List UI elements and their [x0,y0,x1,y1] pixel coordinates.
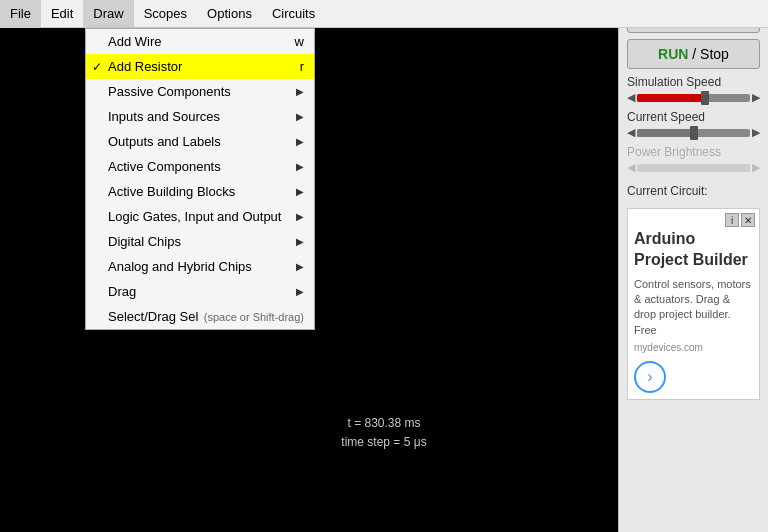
curr-speed-increase-button[interactable]: ▶ [752,126,760,139]
menu-circuits[interactable]: Circuits [262,0,325,27]
submenu-arrow-icon: ▶ [296,236,304,247]
menu-item-digital-chips[interactable]: Digital Chips ▶ [86,229,314,254]
dropdown-shortcut: (space or Shift-drag) [204,311,304,323]
ad-controls: i ✕ [725,213,755,227]
ad-panel: i ✕ ArduinoProject Builder Control senso… [627,208,760,400]
power-brightness-increase-button[interactable]: ▶ [752,161,760,174]
dropdown-label: Add Wire [108,34,161,49]
menu-scopes[interactable]: Scopes [134,0,197,27]
simulation-speed-thumb[interactable] [701,91,709,105]
dropdown-shortcut: r [300,59,304,74]
dropdown-label: Outputs and Labels [108,134,221,149]
menu-options[interactable]: Options [197,0,262,27]
simulation-speed-label: Simulation Speed [627,75,760,89]
menu-edit[interactable]: Edit [41,0,83,27]
menu-item-outputs-labels[interactable]: Outputs and Labels ▶ [86,129,314,154]
ad-title: ArduinoProject Builder [634,229,753,271]
power-brightness-section: Power Brightness ◀ ▶ [627,145,760,174]
menu-item-analog-hybrid[interactable]: Analog and Hybrid Chips ▶ [86,254,314,279]
menu-item-inputs-sources[interactable]: Inputs and Sources ▶ [86,104,314,129]
menu-item-passive-components[interactable]: Passive Components ▶ [86,79,314,104]
ad-close-button[interactable]: ✕ [741,213,755,227]
current-speed-track[interactable] [637,129,750,137]
current-speed-fill [637,129,694,137]
submenu-arrow-icon: ▶ [296,286,304,297]
current-circuit-label: Current Circuit: [627,184,760,198]
simulation-speed-track[interactable] [637,94,750,102]
run-stop-button[interactable]: RUN / Stop [627,39,760,69]
dropdown-label: Active Building Blocks [108,184,235,199]
draw-dropdown: Add Wire w ✓ Add Resistor r Passive Comp… [85,28,315,330]
menu-item-active-components[interactable]: Active Components ▶ [86,154,314,179]
ad-description: Control sensors, motors & actuators. Dra… [634,277,753,339]
menu-draw[interactable]: Draw [83,0,133,27]
submenu-arrow-icon: ▶ [296,111,304,122]
simulation-text: t = 830.38 ms time step = 5 μs [341,414,426,452]
run-text: RUN [658,46,688,62]
submenu-arrow-icon: ▶ [296,186,304,197]
power-brightness-slider-container: ◀ ▶ [627,161,760,174]
dropdown-label: Analog and Hybrid Chips [108,259,252,274]
dropdown-label: Digital Chips [108,234,181,249]
sim-speed-decrease-button[interactable]: ◀ [627,91,635,104]
current-speed-section: Current Speed ◀ ▶ [627,110,760,139]
dropdown-shortcut: w [295,34,304,49]
current-speed-slider-container: ◀ ▶ [627,126,760,139]
power-brightness-label: Power Brightness [627,145,760,159]
menubar: File Edit Draw Scopes Options Circuits [0,0,768,28]
submenu-arrow-icon: ▶ [296,136,304,147]
sim-timestep: time step = 5 μs [341,433,426,452]
submenu-arrow-icon: ▶ [296,261,304,272]
simulation-speed-section: Simulation Speed ◀ ▶ [627,75,760,104]
submenu-arrow-icon: ▶ [296,86,304,97]
dropdown-label: Inputs and Sources [108,109,220,124]
dropdown-label: Logic Gates, Input and Output [108,209,281,224]
power-brightness-decrease-button[interactable]: ◀ [627,161,635,174]
dropdown-label: Drag [108,284,136,299]
current-speed-label: Current Speed [627,110,760,124]
dropdown-label: Active Components [108,159,221,174]
simulation-speed-fill [637,94,705,102]
menu-item-drag[interactable]: Drag ▶ [86,279,314,304]
separator-text: / Stop [692,46,729,62]
ad-arrow-button[interactable]: › [634,361,666,393]
menu-item-add-wire[interactable]: Add Wire w [86,29,314,54]
submenu-arrow-icon: ▶ [296,211,304,222]
dropdown-label: Select/Drag Sel [108,309,198,324]
checkmark-icon: ✓ [92,60,102,74]
menu-item-active-building-blocks[interactable]: Active Building Blocks ▶ [86,179,314,204]
submenu-arrow-icon: ▶ [296,161,304,172]
power-brightness-track [637,164,750,172]
menu-item-select-drag[interactable]: Select/Drag Sel (space or Shift-drag) [86,304,314,329]
menu-item-logic-gates[interactable]: Logic Gates, Input and Output ▶ [86,204,314,229]
current-speed-thumb[interactable] [690,126,698,140]
right-panel: Reset RUN / Stop Simulation Speed ◀ ▶ Cu… [618,0,768,532]
simulation-speed-slider-container: ◀ ▶ [627,91,760,104]
sim-speed-increase-button[interactable]: ▶ [752,91,760,104]
menu-item-add-resistor[interactable]: ✓ Add Resistor r [86,54,314,79]
dropdown-label: Add Resistor [108,59,182,74]
sim-time: t = 830.38 ms [341,414,426,433]
ad-domain: mydevices.com [634,342,753,353]
curr-speed-decrease-button[interactable]: ◀ [627,126,635,139]
ad-info-button[interactable]: i [725,213,739,227]
menu-file[interactable]: File [0,0,41,27]
dropdown-label: Passive Components [108,84,231,99]
